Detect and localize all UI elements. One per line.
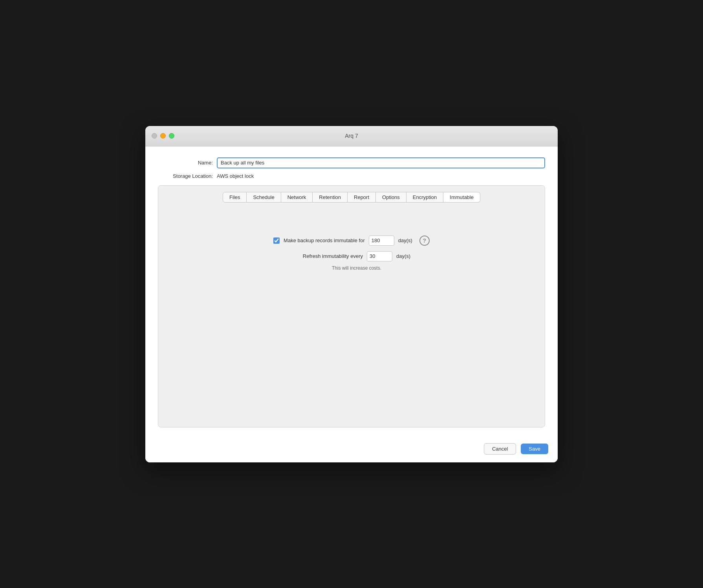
- cost-note: This will increase costs.: [322, 265, 381, 271]
- tab-options[interactable]: Options: [376, 192, 406, 203]
- tabs-bar: Files Schedule Network Retention Report …: [158, 192, 545, 207]
- window-content: Name: Storage Location: AWS object lock …: [145, 146, 558, 437]
- tab-network[interactable]: Network: [281, 192, 313, 203]
- help-button[interactable]: ?: [419, 236, 430, 246]
- name-label: Name:: [158, 160, 213, 166]
- traffic-lights: [152, 133, 174, 139]
- tabs-container: Files Schedule Network Retention Report …: [158, 185, 545, 427]
- refresh-immutability-row: Refresh immutability every day(s): [293, 251, 410, 261]
- titlebar: Arq 7: [145, 126, 558, 146]
- tab-schedule[interactable]: Schedule: [247, 192, 281, 203]
- refresh-label: Refresh immutability every: [303, 253, 363, 259]
- close-button[interactable]: [152, 133, 157, 139]
- refresh-days-unit: day(s): [396, 253, 410, 259]
- tab-report[interactable]: Report: [348, 192, 376, 203]
- tab-files[interactable]: Files: [223, 192, 247, 203]
- immutable-days-unit: day(s): [398, 237, 412, 243]
- refresh-days-input[interactable]: [367, 251, 392, 261]
- name-input[interactable]: [217, 157, 545, 168]
- bottom-bar: Cancel Save: [145, 437, 558, 462]
- save-button[interactable]: Save: [521, 444, 548, 454]
- make-immutable-row: Make backup records immutable for day(s)…: [273, 236, 430, 246]
- storage-row: Storage Location: AWS object lock: [158, 173, 545, 179]
- cancel-button[interactable]: Cancel: [484, 443, 516, 455]
- storage-label: Storage Location:: [158, 173, 213, 179]
- immutable-section: Make backup records immutable for day(s)…: [174, 220, 529, 271]
- tab-encryption[interactable]: Encryption: [406, 192, 443, 203]
- minimize-button[interactable]: [160, 133, 166, 139]
- make-immutable-checkbox[interactable]: [273, 237, 280, 244]
- tab-immutable[interactable]: Immutable: [443, 192, 480, 203]
- immutable-days-input[interactable]: [369, 236, 394, 246]
- window-title: Arq 7: [345, 133, 358, 139]
- main-window: Arq 7 Name: Storage Location: AWS object…: [145, 126, 558, 462]
- storage-value: AWS object lock: [217, 173, 254, 179]
- name-row: Name:: [158, 157, 545, 168]
- tab-retention[interactable]: Retention: [313, 192, 348, 203]
- maximize-button[interactable]: [169, 133, 174, 139]
- immutable-tab-content: Make backup records immutable for day(s)…: [158, 207, 545, 427]
- make-immutable-label: Make backup records immutable for: [284, 237, 365, 243]
